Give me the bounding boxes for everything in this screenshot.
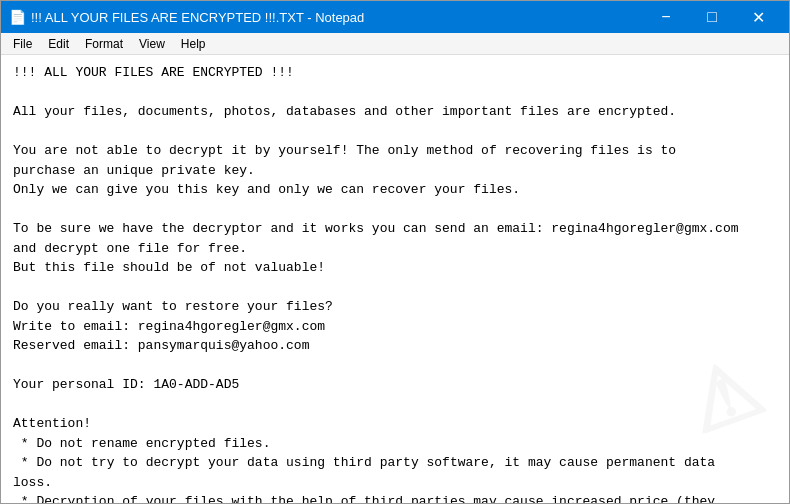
app-icon: 📄	[9, 9, 25, 25]
menu-edit[interactable]: Edit	[40, 35, 77, 53]
window-title: !!! ALL YOUR FILES ARE ENCRYPTED !!!.TXT…	[31, 10, 643, 25]
menu-bar: File Edit Format View Help	[1, 33, 789, 55]
close-button[interactable]: ✕	[735, 1, 781, 33]
menu-format[interactable]: Format	[77, 35, 131, 53]
minimize-button[interactable]: −	[643, 1, 689, 33]
ransomware-text: !!! ALL YOUR FILES ARE ENCRYPTED !!! All…	[13, 63, 777, 503]
notepad-window: 📄 !!! ALL YOUR FILES ARE ENCRYPTED !!!.T…	[0, 0, 790, 504]
maximize-button[interactable]: □	[689, 1, 735, 33]
title-bar: 📄 !!! ALL YOUR FILES ARE ENCRYPTED !!!.T…	[1, 1, 789, 33]
menu-help[interactable]: Help	[173, 35, 214, 53]
window-controls: − □ ✕	[643, 1, 781, 33]
text-editor-area[interactable]: ⚠ !!! ALL YOUR FILES ARE ENCRYPTED !!! A…	[1, 55, 789, 503]
menu-file[interactable]: File	[5, 35, 40, 53]
menu-view[interactable]: View	[131, 35, 173, 53]
